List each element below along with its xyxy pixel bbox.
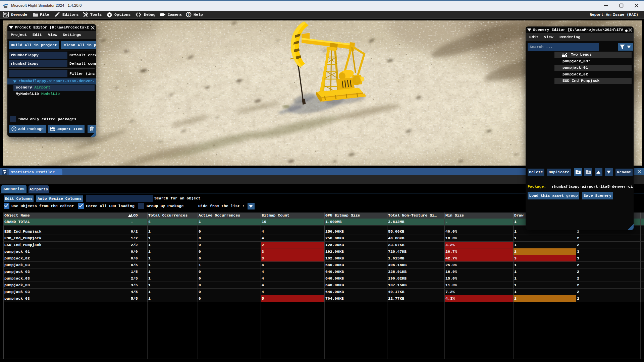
svg-text:?: ? — [187, 13, 190, 17]
